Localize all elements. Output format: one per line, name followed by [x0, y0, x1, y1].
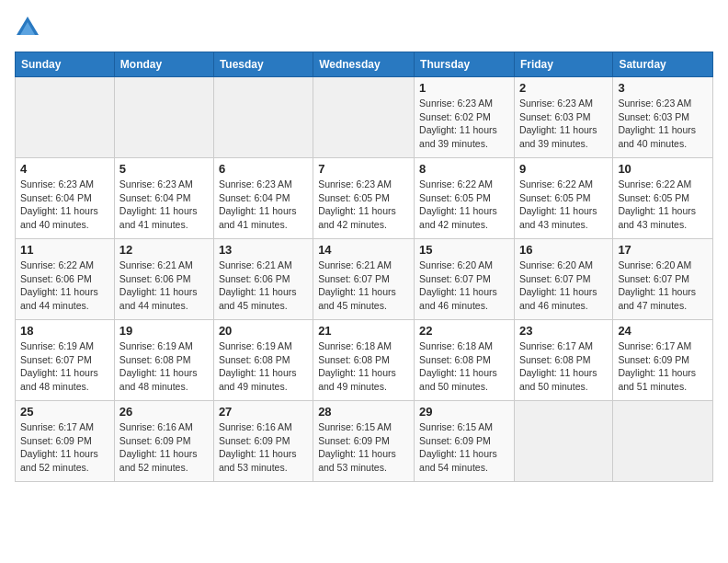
- day-number: 28: [318, 405, 409, 419]
- day-cell: 22Sunrise: 6:18 AM Sunset: 6:08 PM Dayli…: [415, 320, 515, 401]
- col-header-thursday: Thursday: [415, 52, 515, 77]
- day-cell: 21Sunrise: 6:18 AM Sunset: 6:08 PM Dayli…: [313, 320, 415, 401]
- day-number: 13: [219, 243, 308, 257]
- day-detail: Sunrise: 6:22 AM Sunset: 6:05 PM Dayligh…: [419, 178, 509, 232]
- day-detail: Sunrise: 6:17 AM Sunset: 6:09 PM Dayligh…: [20, 420, 109, 475]
- day-cell: [313, 77, 415, 158]
- day-detail: Sunrise: 6:18 AM Sunset: 6:08 PM Dayligh…: [318, 339, 409, 394]
- day-detail: Sunrise: 6:17 AM Sunset: 6:08 PM Dayligh…: [519, 339, 608, 394]
- day-cell: 28Sunrise: 6:15 AM Sunset: 6:09 PM Dayli…: [313, 401, 415, 482]
- day-detail: Sunrise: 6:21 AM Sunset: 6:06 PM Dayligh…: [219, 259, 308, 313]
- day-cell: 2Sunrise: 6:23 AM Sunset: 6:03 PM Daylig…: [514, 77, 612, 158]
- logo: [15, 15, 44, 40]
- day-number: 16: [519, 243, 608, 257]
- day-number: 12: [119, 243, 209, 257]
- day-number: 25: [20, 405, 109, 419]
- day-cell: 19Sunrise: 6:19 AM Sunset: 6:08 PM Dayli…: [114, 320, 213, 401]
- week-row-4: 18Sunrise: 6:19 AM Sunset: 6:07 PM Dayli…: [16, 320, 713, 401]
- day-cell: 14Sunrise: 6:21 AM Sunset: 6:07 PM Dayli…: [313, 239, 415, 320]
- day-detail: Sunrise: 6:20 AM Sunset: 6:07 PM Dayligh…: [618, 259, 708, 313]
- logo-icon: [15, 15, 40, 40]
- day-number: 3: [618, 81, 708, 95]
- col-header-tuesday: Tuesday: [213, 52, 313, 77]
- calendar-table: SundayMondayTuesdayWednesdayThursdayFrid…: [15, 52, 713, 482]
- day-number: 19: [119, 324, 209, 338]
- col-header-monday: Monday: [114, 52, 213, 77]
- day-detail: Sunrise: 6:17 AM Sunset: 6:09 PM Dayligh…: [618, 339, 708, 394]
- day-cell: [16, 77, 115, 158]
- day-detail: Sunrise: 6:16 AM Sunset: 6:09 PM Dayligh…: [119, 420, 209, 475]
- day-number: 18: [20, 324, 109, 338]
- day-number: 23: [519, 324, 608, 338]
- day-number: 9: [519, 162, 608, 176]
- day-number: 10: [618, 162, 708, 176]
- day-cell: 4Sunrise: 6:23 AM Sunset: 6:04 PM Daylig…: [16, 158, 115, 239]
- day-number: 15: [419, 243, 509, 257]
- col-header-wednesday: Wednesday: [313, 52, 415, 77]
- day-cell: 10Sunrise: 6:22 AM Sunset: 6:05 PM Dayli…: [613, 158, 713, 239]
- week-row-1: 1Sunrise: 6:23 AM Sunset: 6:02 PM Daylig…: [16, 77, 713, 158]
- day-cell: 5Sunrise: 6:23 AM Sunset: 6:04 PM Daylig…: [114, 158, 213, 239]
- day-cell: 6Sunrise: 6:23 AM Sunset: 6:04 PM Daylig…: [213, 158, 313, 239]
- day-cell: 11Sunrise: 6:22 AM Sunset: 6:06 PM Dayli…: [16, 239, 115, 320]
- day-detail: Sunrise: 6:23 AM Sunset: 6:05 PM Dayligh…: [318, 178, 409, 232]
- day-number: 1: [419, 81, 509, 95]
- day-detail: Sunrise: 6:19 AM Sunset: 6:08 PM Dayligh…: [219, 339, 308, 394]
- day-number: 6: [219, 162, 308, 176]
- day-number: 27: [219, 405, 308, 419]
- day-cell: [613, 401, 713, 482]
- day-detail: Sunrise: 6:19 AM Sunset: 6:07 PM Dayligh…: [20, 339, 109, 394]
- day-detail: Sunrise: 6:23 AM Sunset: 6:04 PM Dayligh…: [219, 178, 308, 232]
- day-detail: Sunrise: 6:23 AM Sunset: 6:04 PM Dayligh…: [20, 178, 109, 232]
- day-detail: Sunrise: 6:22 AM Sunset: 6:05 PM Dayligh…: [519, 178, 608, 232]
- day-number: 5: [119, 162, 209, 176]
- day-cell: 7Sunrise: 6:23 AM Sunset: 6:05 PM Daylig…: [313, 158, 415, 239]
- day-cell: 20Sunrise: 6:19 AM Sunset: 6:08 PM Dayli…: [213, 320, 313, 401]
- day-cell: [213, 77, 313, 158]
- col-header-friday: Friday: [514, 52, 612, 77]
- day-detail: Sunrise: 6:15 AM Sunset: 6:09 PM Dayligh…: [318, 420, 409, 475]
- day-cell: 9Sunrise: 6:22 AM Sunset: 6:05 PM Daylig…: [514, 158, 612, 239]
- day-detail: Sunrise: 6:23 AM Sunset: 6:03 PM Dayligh…: [618, 97, 708, 151]
- day-detail: Sunrise: 6:18 AM Sunset: 6:08 PM Dayligh…: [419, 339, 509, 394]
- day-detail: Sunrise: 6:23 AM Sunset: 6:04 PM Dayligh…: [119, 178, 209, 232]
- day-number: 17: [618, 243, 708, 257]
- day-detail: Sunrise: 6:16 AM Sunset: 6:09 PM Dayligh…: [219, 420, 308, 475]
- day-cell: 13Sunrise: 6:21 AM Sunset: 6:06 PM Dayli…: [213, 239, 313, 320]
- day-cell: 27Sunrise: 6:16 AM Sunset: 6:09 PM Dayli…: [213, 401, 313, 482]
- day-number: 26: [119, 405, 209, 419]
- day-cell: [514, 401, 612, 482]
- week-row-5: 25Sunrise: 6:17 AM Sunset: 6:09 PM Dayli…: [16, 401, 713, 482]
- week-row-3: 11Sunrise: 6:22 AM Sunset: 6:06 PM Dayli…: [16, 239, 713, 320]
- day-detail: Sunrise: 6:15 AM Sunset: 6:09 PM Dayligh…: [419, 420, 509, 475]
- day-cell: 23Sunrise: 6:17 AM Sunset: 6:08 PM Dayli…: [514, 320, 612, 401]
- day-detail: Sunrise: 6:22 AM Sunset: 6:05 PM Dayligh…: [618, 178, 708, 232]
- day-detail: Sunrise: 6:19 AM Sunset: 6:08 PM Dayligh…: [119, 339, 209, 394]
- day-cell: 16Sunrise: 6:20 AM Sunset: 6:07 PM Dayli…: [514, 239, 612, 320]
- day-detail: Sunrise: 6:22 AM Sunset: 6:06 PM Dayligh…: [20, 259, 109, 313]
- day-number: 7: [318, 162, 409, 176]
- col-header-saturday: Saturday: [613, 52, 713, 77]
- day-number: 24: [618, 324, 708, 338]
- day-detail: Sunrise: 6:23 AM Sunset: 6:03 PM Dayligh…: [519, 97, 608, 151]
- page-header: [15, 15, 713, 40]
- day-number: 14: [318, 243, 409, 257]
- day-detail: Sunrise: 6:23 AM Sunset: 6:02 PM Dayligh…: [419, 97, 509, 151]
- day-number: 2: [519, 81, 608, 95]
- day-cell: 18Sunrise: 6:19 AM Sunset: 6:07 PM Dayli…: [16, 320, 115, 401]
- day-cell: 29Sunrise: 6:15 AM Sunset: 6:09 PM Dayli…: [415, 401, 515, 482]
- day-number: 20: [219, 324, 308, 338]
- day-cell: 25Sunrise: 6:17 AM Sunset: 6:09 PM Dayli…: [16, 401, 115, 482]
- day-detail: Sunrise: 6:21 AM Sunset: 6:07 PM Dayligh…: [318, 259, 409, 313]
- day-cell: 17Sunrise: 6:20 AM Sunset: 6:07 PM Dayli…: [613, 239, 713, 320]
- day-detail: Sunrise: 6:20 AM Sunset: 6:07 PM Dayligh…: [519, 259, 608, 313]
- day-number: 4: [20, 162, 109, 176]
- day-number: 22: [419, 324, 509, 338]
- day-cell: 1Sunrise: 6:23 AM Sunset: 6:02 PM Daylig…: [415, 77, 515, 158]
- day-number: 21: [318, 324, 409, 338]
- day-detail: Sunrise: 6:21 AM Sunset: 6:06 PM Dayligh…: [119, 259, 209, 313]
- day-number: 11: [20, 243, 109, 257]
- day-number: 29: [419, 405, 509, 419]
- day-cell: 12Sunrise: 6:21 AM Sunset: 6:06 PM Dayli…: [114, 239, 213, 320]
- day-number: 8: [419, 162, 509, 176]
